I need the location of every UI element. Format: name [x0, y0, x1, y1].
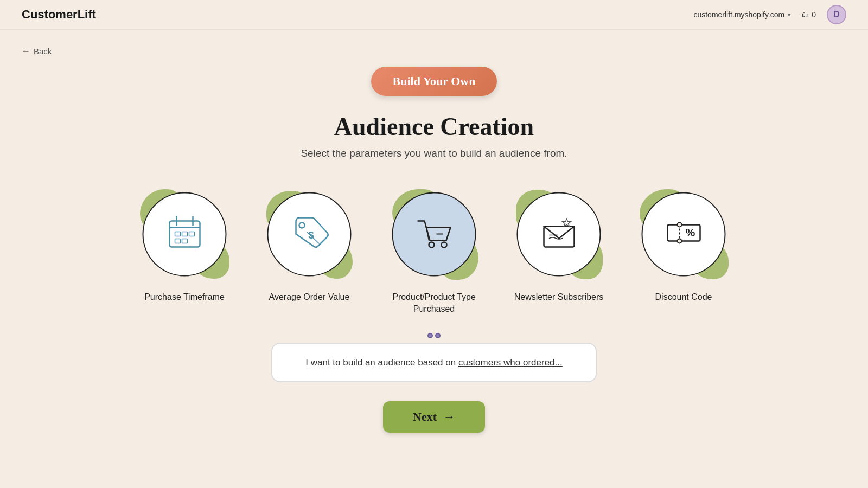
svg-rect-7	[175, 239, 180, 243]
svg-rect-5	[182, 232, 187, 236]
sentence-box-wrapper: I want to build an audience based on cus…	[271, 343, 597, 383]
notification-count: 0	[812, 10, 816, 19]
page-subtitle: Select the parameters you want to build …	[301, 147, 567, 159]
card-newsletter-subscribers[interactable]: Newsletter Subscribers	[510, 187, 608, 303]
sentence-connector	[427, 333, 441, 338]
card-label: Newsletter Subscribers	[514, 291, 604, 303]
next-arrow-icon: →	[443, 410, 455, 424]
svg-point-19	[677, 223, 681, 227]
store-name: customerlift.myshopify.com	[693, 10, 784, 19]
card-label: Discount Code	[655, 291, 712, 303]
discount-ticket-icon: %	[662, 211, 705, 257]
inbox-icon: 🗂	[801, 10, 809, 19]
card-circle: $	[267, 192, 352, 276]
connector-dot-left	[427, 333, 433, 338]
card-circle	[143, 192, 227, 276]
card-circle-wrapper	[387, 187, 482, 281]
next-button[interactable]: Next →	[383, 401, 485, 433]
back-arrow-icon: ←	[22, 46, 30, 56]
calendar-icon	[163, 211, 206, 257]
avatar[interactable]: D	[827, 5, 846, 24]
svg-point-12	[429, 242, 434, 248]
svg-rect-6	[189, 232, 194, 236]
card-label: Purchase Timeframe	[144, 291, 225, 303]
sentence-link[interactable]: customers who ordered...	[458, 357, 563, 368]
card-circle-wrapper: %	[636, 187, 731, 281]
back-label: Back	[34, 47, 52, 56]
card-discount-code[interactable]: % Discount Code	[635, 187, 732, 303]
back-button[interactable]: ← Back	[22, 46, 52, 56]
newsletter-icon	[537, 211, 580, 257]
sentence-box: I want to build an audience based on cus…	[271, 343, 597, 383]
svg-point-13	[441, 242, 446, 248]
svg-text:%: %	[685, 227, 695, 239]
cards-row: Purchase Timeframe $	[136, 187, 732, 316]
chevron-down-icon: ▾	[788, 12, 790, 18]
connector-dot-right	[435, 333, 441, 338]
notification-area[interactable]: 🗂 0	[801, 10, 816, 19]
page-title: Audience Creation	[334, 112, 534, 141]
card-product-type[interactable]: Product/Product TypePurchased	[385, 187, 483, 316]
header: CustomerLift customerlift.myshopify.com …	[0, 0, 868, 30]
card-circle-wrapper	[512, 187, 607, 281]
card-circle-wrapper: $	[262, 187, 357, 281]
card-circle: %	[642, 192, 726, 276]
build-your-own-button[interactable]: Build Your Own	[371, 67, 497, 96]
price-tag-icon: $	[288, 211, 331, 257]
logo: CustomerLift	[22, 8, 96, 22]
card-label: Average Order Value	[269, 291, 350, 303]
card-label: Product/Product TypePurchased	[392, 291, 476, 316]
svg-point-9	[299, 223, 304, 228]
card-average-order-value[interactable]: $ Average Order Value	[260, 187, 358, 303]
svg-rect-4	[175, 232, 180, 236]
svg-text:$: $	[308, 230, 314, 241]
main-content: ← Back Build Your Own Audience Creation …	[0, 30, 868, 449]
next-label: Next	[413, 410, 437, 424]
card-circle-selected	[392, 192, 476, 276]
card-circle	[517, 192, 601, 276]
sentence-prefix: I want to build an audience based on	[305, 357, 458, 368]
header-right: customerlift.myshopify.com ▾ 🗂 0 D	[693, 5, 846, 24]
card-circle-wrapper	[137, 187, 232, 281]
card-purchase-timeframe[interactable]: Purchase Timeframe	[136, 187, 233, 303]
svg-point-20	[677, 239, 681, 243]
shopping-cart-icon	[412, 211, 456, 257]
store-selector[interactable]: customerlift.myshopify.com ▾	[693, 10, 790, 19]
svg-rect-8	[182, 239, 187, 243]
